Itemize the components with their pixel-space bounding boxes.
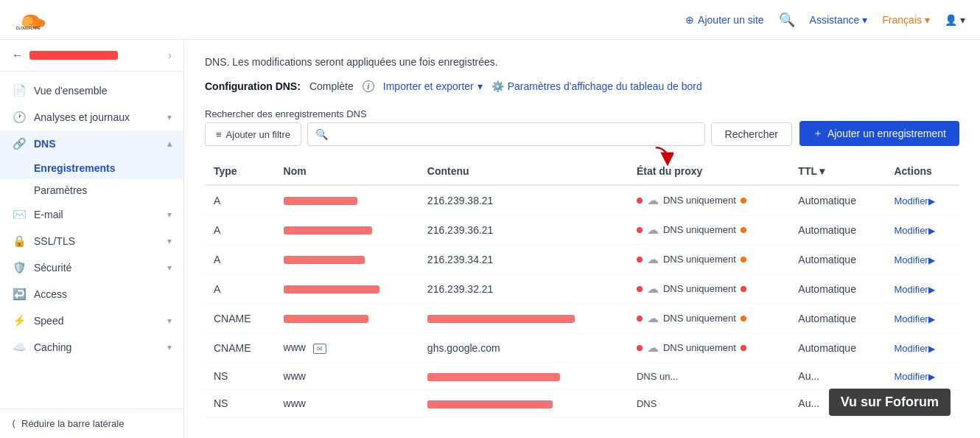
user-menu-button[interactable]: 👤 ▾ bbox=[945, 14, 965, 26]
col-type: Type bbox=[205, 158, 275, 185]
cloud-icon: ☁ bbox=[647, 341, 659, 355]
table-row: CNAME www ✉ ghs.google.com ☁ DNS uniquem… bbox=[205, 333, 959, 363]
cell-type: CNAME bbox=[205, 304, 275, 333]
proxy-dot-red bbox=[637, 316, 643, 321]
cell-actions: Modifier▶ bbox=[885, 363, 959, 390]
dns-only-label: DNS uniquement bbox=[663, 313, 736, 324]
sidebar-item-caching[interactable]: ☁️ Caching ▾ bbox=[0, 334, 183, 361]
add-record-button[interactable]: ＋ Ajouter un enregistrement bbox=[799, 121, 959, 146]
chevron-down-icon: ▾ bbox=[862, 14, 867, 26]
analytics-icon: 🕐 bbox=[12, 111, 27, 124]
sidebar-item-label: Access bbox=[34, 288, 172, 300]
arrow-icon: ▶ bbox=[928, 196, 935, 206]
modifier-link[interactable]: Modifier▶ bbox=[894, 284, 934, 295]
sidebar-item-ssl-tls[interactable]: 🔒 SSL/TLS ▾ bbox=[0, 228, 183, 254]
sidebar-item-analyses[interactable]: 🕐 Analyses et journaux ▾ bbox=[0, 104, 183, 131]
chevron-down-icon: ▾ bbox=[167, 209, 172, 220]
sidebar-item-label: Analyses et journaux bbox=[34, 111, 160, 123]
modifier-link[interactable]: Modifier▶ bbox=[894, 371, 934, 382]
cell-nom bbox=[275, 185, 419, 215]
cloud-icon: ☁ bbox=[647, 223, 659, 237]
arrow-icon: ▶ bbox=[928, 255, 935, 265]
sidebar-item-label: Speed bbox=[34, 315, 160, 327]
sidebar-item-dns[interactable]: 🔗 DNS ▴ bbox=[0, 131, 183, 157]
add-site-button[interactable]: ⊕ Ajouter un site bbox=[685, 14, 764, 26]
search-icon: 🔍 bbox=[315, 128, 328, 140]
modifier-link[interactable]: Modifier▶ bbox=[894, 195, 934, 206]
chevron-down-icon: ▾ bbox=[167, 342, 172, 352]
cell-ttl: Automatique bbox=[789, 245, 885, 274]
search-input-row: ≡ Ajouter un filtre 🔍 Rechercher bbox=[205, 122, 792, 146]
cell-contenu: ghs.google.com bbox=[419, 333, 628, 363]
import-export-button[interactable]: Importer et exporter ▾ bbox=[383, 80, 483, 92]
sidebar-subitem-enregistrements[interactable]: Enregistrements bbox=[0, 157, 183, 179]
sidebar-item-label: Caching bbox=[34, 341, 160, 353]
dashboard-settings-button[interactable]: ⚙️ Paramètres d'affichage du tableau de … bbox=[491, 80, 702, 92]
sidebar-item-label: E-mail bbox=[34, 209, 160, 220]
chevron-up-icon: ▴ bbox=[167, 139, 172, 149]
cell-actions: Modifier▶ bbox=[885, 274, 959, 304]
table-row: A 216.239.32.21 ☁ DNS uniquement Automat… bbox=[205, 274, 959, 304]
search-group: Rechercher des enregistrements DNS ≡ Ajo… bbox=[205, 108, 792, 146]
proxy-dot-red2 bbox=[741, 286, 746, 292]
sidebar-back[interactable]: ← › bbox=[0, 40, 183, 72]
sidebar-item-label: DNS bbox=[34, 138, 160, 150]
modifier-link[interactable]: Modifier▶ bbox=[894, 398, 934, 409]
cell-actions: Modifier▶ bbox=[885, 390, 959, 417]
cell-proxy-status: ☁ DNS uniquement bbox=[628, 215, 789, 245]
table-row: NS www DNS Au... Modifier▶ bbox=[205, 390, 959, 417]
topnav: CLOUDFLARE ⊕ Ajouter un site 🔍 Assistanc… bbox=[0, 0, 980, 40]
cell-contenu: 216.239.38.21 bbox=[419, 185, 628, 215]
reduce-sidebar-button[interactable]: ⟨ Réduire la barre latérale bbox=[0, 409, 183, 438]
cell-contenu bbox=[419, 390, 628, 417]
modifier-link[interactable]: Modifier▶ bbox=[894, 343, 934, 354]
search-input[interactable] bbox=[334, 128, 697, 140]
modifier-link[interactable]: Modifier▶ bbox=[894, 225, 934, 236]
plus-icon: ＋ bbox=[813, 127, 823, 140]
proxy-dot-red bbox=[637, 286, 643, 292]
cell-nom bbox=[275, 215, 419, 245]
cell-proxy-status: ☁ DNS uniquement bbox=[628, 274, 789, 304]
arrow-icon: ▶ bbox=[928, 372, 935, 382]
dns-only-label: DNS uniquement bbox=[663, 254, 736, 265]
filter-label: Ajouter un filtre bbox=[226, 129, 290, 140]
shield-icon: 🛡️ bbox=[12, 261, 27, 274]
search-icon-button[interactable]: 🔍 bbox=[779, 12, 795, 28]
ttl-header-wrap: TTL ▾ bbox=[798, 165, 825, 177]
add-filter-button[interactable]: ≡ Ajouter un filtre bbox=[205, 122, 301, 146]
assistance-button[interactable]: Assistance ▾ bbox=[810, 14, 868, 26]
table-row: CNAME ☁ DNS uniquement Automatique Modi bbox=[205, 304, 959, 333]
modifier-link[interactable]: Modifier▶ bbox=[894, 313, 934, 324]
dns-only-label: DNS uniquement bbox=[663, 195, 736, 206]
search-submit-button[interactable]: Rechercher bbox=[711, 122, 792, 146]
sidebar-item-vue-densemble[interactable]: 📄 Vue d'ensemble bbox=[0, 77, 183, 104]
sidebar-item-securite[interactable]: 🛡️ Sécurité ▾ bbox=[0, 254, 183, 281]
red-arrow-annotation bbox=[650, 145, 673, 168]
user-icon: 👤 bbox=[945, 14, 957, 26]
info-icon[interactable]: i bbox=[363, 80, 374, 92]
sidebar-subitem-parametres[interactable]: Paramètres bbox=[0, 179, 183, 201]
col-etat-proxy: État du proxy bbox=[628, 158, 789, 185]
chevron-down-icon: ▾ bbox=[167, 236, 172, 246]
language-button[interactable]: Français ▾ bbox=[882, 14, 930, 26]
cell-ttl: Automatique bbox=[789, 215, 885, 245]
cell-ttl: Automatique bbox=[789, 304, 885, 333]
cell-ttl: Automatique bbox=[789, 185, 885, 215]
proxy-dot-orange bbox=[741, 198, 746, 204]
cell-actions: Modifier▶ bbox=[885, 185, 959, 215]
cell-nom: www bbox=[275, 390, 419, 417]
sort-icon[interactable]: ▾ bbox=[819, 165, 825, 177]
dns-only-label: DNS uniquement bbox=[663, 283, 736, 294]
cell-proxy-status: ☁ DNS uniquement bbox=[628, 304, 789, 333]
svg-text:CLOUDFLARE: CLOUDFLARE bbox=[16, 26, 41, 29]
lock-icon: 🔒 bbox=[12, 234, 27, 248]
modifier-link[interactable]: Modifier▶ bbox=[894, 254, 934, 265]
cell-contenu: 216.239.34.21 bbox=[419, 245, 628, 274]
logo[interactable]: CLOUDFLARE bbox=[15, 9, 47, 31]
sidebar-item-speed[interactable]: ⚡ Speed ▾ bbox=[0, 307, 183, 334]
sidebar-item-access[interactable]: ↩️ Access bbox=[0, 281, 183, 307]
proxy-dot-red2 bbox=[741, 345, 746, 351]
proxy-dot-orange bbox=[741, 316, 746, 321]
cloudflare-logo-icon: CLOUDFLARE bbox=[15, 9, 47, 31]
sidebar-item-email[interactable]: ✉️ E-mail ▾ bbox=[0, 201, 183, 228]
